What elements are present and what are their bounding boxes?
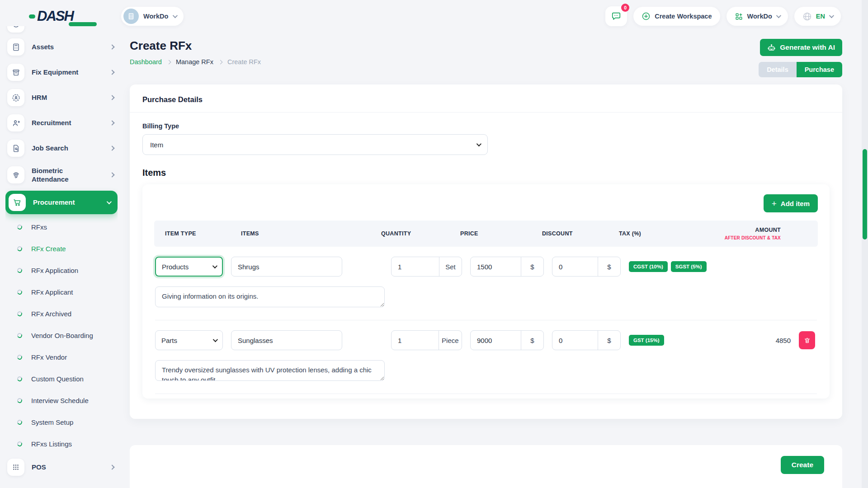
item-type-select[interactable]: Parts [155,330,223,350]
create-workspace-label: Create Workspace [655,13,712,20]
items-panel: + Add item ITEM TYPE ITEMS QUANTITY PRIC… [142,184,830,399]
sidebar-subitem-rfx-vendor[interactable]: RFx Vendor [5,346,118,368]
amount-value: 4850 [727,337,791,344]
sidebar-item-procurement[interactable]: Procurement [5,191,118,214]
unit-suffix: Set [439,257,462,276]
add-item-button[interactable]: + Add item [764,194,818,212]
chevron-down-icon [107,199,112,204]
workdo-menu-button[interactable]: WorkDo [726,7,788,26]
item-description-textarea[interactable]: Trendy oversized sunglasses with UV prot… [155,360,385,381]
sidebar-subitem-rfx-archived[interactable]: RFx Archived [5,303,118,324]
grid-dots-icon [7,459,24,476]
sidebar-item-fix-equipment[interactable]: Fix Equipment [5,60,118,85]
chevron-down-icon [213,337,218,342]
discount-input[interactable] [552,331,598,350]
bullet-icon [16,267,23,273]
price-input[interactable] [471,257,521,276]
breadcrumb-dashboard[interactable]: Dashboard [130,58,162,66]
header-tax: TAX (%) [619,230,709,237]
billing-type-select[interactable]: Item [142,134,488,155]
currency-suffix: $ [598,331,620,350]
sidebar: Assets Fix Equipment HRM Recruitment Job… [5,26,118,488]
purchase-details-card: Purchase Details Billing Type Item Items… [130,84,842,419]
bullet-icon [16,375,23,382]
items-table-header: ITEM TYPE ITEMS QUANTITY PRICE DISCOUNT … [154,221,818,247]
tax-badges: CGST (10%) SGST (5%) [629,261,719,272]
bullet-icon [16,419,23,425]
sidebar-subitem-rfxs[interactable]: RFxs [5,216,118,238]
sidebar-subitem-vendor-onboarding[interactable]: Vendor On-Boarding [5,324,118,346]
header-amount-note: AFTER DISCOUNT & TAX [717,235,781,240]
breadcrumb-manage-rfx[interactable]: Manage RFx [176,58,213,66]
workspace-selector[interactable]: WorkDo [121,7,184,26]
breadcrumb-current: Create RFx [227,58,261,66]
bullet-icon [16,354,23,360]
sidebar-item-assets[interactable]: Assets [5,34,118,60]
unit-suffix: Piece [439,331,462,350]
calculator-icon [7,38,24,56]
building-icon [127,12,135,20]
generate-with-ai-button[interactable]: Generate with AI [760,39,842,56]
generate-with-ai-label: Generate with AI [780,43,835,52]
bullet-icon [16,245,23,252]
messages-button[interactable]: 0 [605,6,627,26]
chevron-right-icon [109,172,114,177]
items-section-title: Items [142,168,830,178]
tax-badge: CGST (10%) [629,261,668,272]
price-input[interactable] [471,331,521,350]
sidebar-subitem-system-setup[interactable]: System Setup [5,411,118,433]
hrm-person-icon [7,89,24,106]
chevron-down-icon [829,13,834,18]
chevron-down-icon [173,13,178,18]
quantity-input[interactable] [392,331,439,350]
header-quantity: QUANTITY [381,230,452,237]
cart-icon [9,194,26,211]
create-workspace-button[interactable]: Create Workspace [633,7,720,26]
sidebar-item-recruitment[interactable]: Recruitment [5,110,118,136]
person-plus-icon [7,114,24,131]
bullet-icon [16,224,23,230]
billing-type-value: Item [150,141,163,149]
tab-details[interactable]: Details [759,62,797,77]
tax-badges: GST (15%) [629,335,719,346]
delete-item-button[interactable] [799,331,815,349]
language-code: EN [816,13,825,20]
chevron-right-icon [109,145,114,150]
sidebar-subitem-rfx-application[interactable]: RFx Application [5,259,118,281]
sidebar-subitem-rfxs-listings[interactable]: RFxs Listings [5,433,118,455]
scrollbar-thumb[interactable] [863,149,867,239]
item-type-select[interactable]: Products [155,257,223,277]
partial-icon [7,26,24,33]
divider [130,112,842,113]
header-discount: DISCOUNT [542,230,611,237]
chevron-down-icon [476,141,481,146]
sidebar-subitem-interview-schedule[interactable]: Interview Schedule [5,389,118,411]
header-price: PRICE [460,230,534,237]
sidebar-item-job-search[interactable]: Job Search [5,136,118,161]
item-name-input[interactable] [231,331,342,350]
quantity-input[interactable] [392,257,439,276]
item-name-input[interactable] [231,257,342,276]
create-button[interactable]: Create [781,456,824,474]
trash-icon [804,337,811,344]
page-scrollbar[interactable] [862,0,868,488]
bullet-icon [16,397,23,404]
main-content: Create RFx Dashboard Manage RFx Create R… [130,39,842,419]
item-description-textarea[interactable]: Giving information on its origins. [155,286,385,307]
sidebar-item-pos[interactable]: POS [5,455,118,480]
logo-bar-icon [69,22,97,26]
sidebar-item-partial[interactable] [5,26,118,34]
purchase-details-title: Purchase Details [142,95,830,104]
sidebar-subitem-rfx-applicant[interactable]: RFx Applicant [5,281,118,303]
sidebar-subitem-rfx-create[interactable]: RFx Create [5,238,118,259]
tax-badge: GST (15%) [629,335,664,346]
chevron-right-icon [109,95,114,100]
tab-purchase[interactable]: Purchase [797,62,842,77]
discount-input[interactable] [552,257,598,276]
language-selector[interactable]: EN [794,7,841,26]
sidebar-item-biometric-attendance[interactable]: Biometric Attendance [5,161,118,189]
sidebar-item-hrm[interactable]: HRM [5,85,118,110]
logo-text: DASH [37,8,73,24]
sidebar-subitem-custom-question[interactable]: Custom Question [5,368,118,389]
currency-suffix: $ [521,331,543,350]
